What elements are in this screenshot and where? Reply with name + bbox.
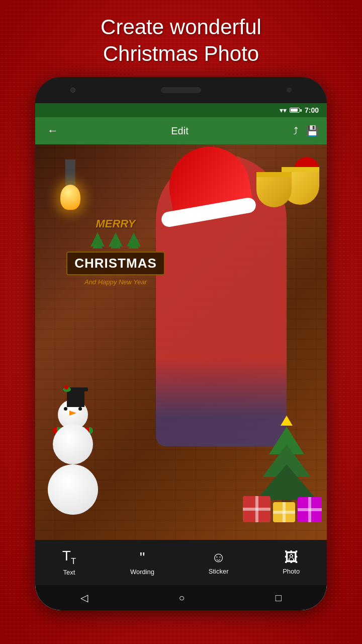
- save-button[interactable]: 💾: [306, 125, 319, 137]
- screen: ▾▾ 7:00 ← Edit ⤴ 💾: [35, 103, 327, 610]
- text-icon: TT: [62, 549, 76, 566]
- headline: Create wonderful Christmas Photo: [70, 0, 292, 77]
- wording-label: Wording: [130, 568, 154, 576]
- tree-right: [127, 232, 141, 247]
- photo-canvas[interactable]: MERRY CHRISTMAS And Happy New Year: [35, 144, 327, 540]
- snowman-body-bottom: [48, 464, 98, 515]
- snowman-hat-berry: [64, 385, 68, 389]
- merry-text: MERRY: [55, 217, 176, 230]
- snowman[interactable]: [48, 387, 98, 515]
- speaker: [161, 87, 201, 93]
- nav-back-button[interactable]: ◁: [76, 588, 92, 608]
- christmas-banner-text: CHRISTMAS: [74, 256, 157, 271]
- battery-icon: [290, 108, 302, 113]
- tree-star: [281, 416, 293, 426]
- photo-label: Photo: [283, 568, 300, 575]
- text-label: Text: [63, 569, 75, 576]
- phone-frame: ▾▾ 7:00 ← Edit ⤴ 💾: [35, 77, 327, 610]
- bells-sticker[interactable]: [256, 157, 322, 217]
- snowman-body-top: [53, 424, 93, 464]
- nav-recent-button[interactable]: □: [272, 588, 286, 608]
- snowman-hat-top: [67, 389, 84, 407]
- status-time: 7:00: [305, 106, 319, 114]
- sticker-icon: ☺: [211, 550, 226, 565]
- tree-left: [90, 232, 105, 247]
- xmas-tree-sticker[interactable]: [256, 416, 317, 510]
- tree-center: [109, 232, 123, 247]
- tree-bot-tier: [256, 464, 317, 500]
- headline-line1: Create wonderful: [101, 15, 261, 39]
- toolbar: TT Text " Wording ☺ Sticker 🖼 Photo: [35, 540, 327, 585]
- back-button[interactable]: ←: [43, 120, 62, 141]
- photo-icon: 🖼: [284, 550, 298, 565]
- christmas-banner: CHRISTMAS: [66, 252, 165, 275]
- gift-ribbon-v: [283, 502, 286, 522]
- christmas-trees-row: [55, 232, 176, 247]
- gift-ribbon-v: [308, 497, 311, 522]
- snowman-eye-right: [78, 407, 82, 411]
- gift-ribbon-v: [255, 496, 258, 522]
- toolbar-item-sticker[interactable]: ☺ Sticker: [201, 546, 237, 579]
- status-bar: ▾▾ 7:00: [35, 103, 327, 117]
- phone-top-hardware: [35, 77, 327, 103]
- camera-left: [70, 88, 75, 93]
- snowman-hat-container: [53, 387, 98, 407]
- app-bar: ← Edit ⤴ 💾: [35, 117, 327, 144]
- happy-new-year-text: And Happy New Year: [55, 278, 176, 286]
- camera-right: [287, 88, 292, 93]
- headline-line2: Christmas Photo: [103, 42, 259, 65]
- gift-1[interactable]: [243, 496, 270, 522]
- app-bar-title: Edit: [66, 125, 293, 137]
- nav-home-button[interactable]: ○: [174, 588, 189, 608]
- gifts-row[interactable]: [243, 496, 322, 522]
- snowman-nose: [69, 411, 76, 416]
- bell-left: [256, 172, 292, 207]
- snowman-eye-left: [64, 407, 67, 411]
- toolbar-item-wording[interactable]: " Wording: [122, 546, 162, 580]
- lamp-bulb: [60, 185, 80, 210]
- app-bar-actions: ⤴ 💾: [293, 125, 319, 137]
- wifi-icon: ▾▾: [280, 106, 287, 114]
- toolbar-item-text[interactable]: TT Text: [54, 545, 84, 580]
- sticker-label: Sticker: [209, 568, 229, 575]
- share-button[interactable]: ⤴: [293, 125, 298, 137]
- gift-3[interactable]: [298, 497, 322, 522]
- toolbar-item-photo[interactable]: 🖼 Photo: [275, 546, 308, 579]
- christmas-sticker[interactable]: MERRY CHRISTMAS And Happy New Year: [55, 217, 176, 286]
- nav-bar: ◁ ○ □: [35, 585, 327, 610]
- wording-icon: ": [140, 550, 145, 565]
- gift-2[interactable]: [273, 502, 295, 522]
